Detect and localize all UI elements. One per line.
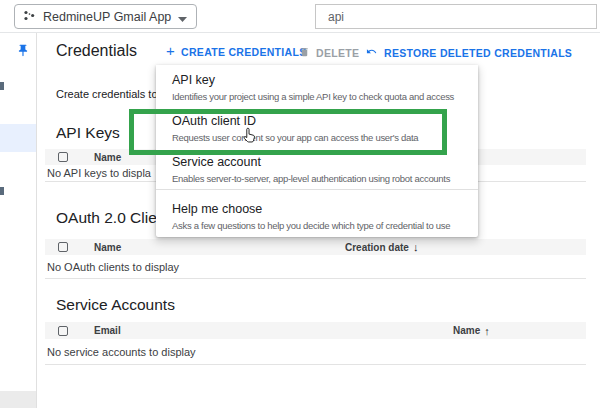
menu-item-title: Help me choose — [172, 202, 462, 217]
gcp-credentials-page: RedmineUP Gmail App Credentials + CREATE… — [0, 0, 600, 408]
sidebar-item-active[interactable] — [0, 124, 36, 152]
create-credentials-menu: API key Identifies your project using a … — [156, 65, 478, 237]
page-title: Credentials — [56, 42, 137, 60]
oauth-clients-table: Name Creation date ↓ No OAuth clients to… — [45, 239, 586, 279]
delete-label: DELETE — [316, 47, 359, 59]
sidebar-item-icon[interactable] — [0, 82, 4, 90]
empty-text: No service accounts to display — [47, 346, 196, 358]
empty-text: No OAuth clients to display — [47, 261, 179, 273]
sidebar-footer — [0, 391, 36, 408]
project-selector[interactable]: RedmineUP Gmail App — [14, 4, 197, 29]
create-credentials-label: CREATE CREDENTIALS — [181, 46, 306, 58]
sidebar-item-icon[interactable] — [0, 187, 4, 195]
menu-item-help-me-choose[interactable]: Help me choose Asks a few questions to h… — [156, 190, 478, 236]
search-input[interactable] — [315, 4, 597, 29]
plus-icon: + — [166, 46, 175, 56]
delete-button[interactable]: DELETE — [299, 46, 359, 60]
section-title-service-accounts: Service Accounts — [56, 296, 175, 314]
creation-date-label: Creation date — [345, 242, 409, 253]
menu-item-description: Enables server-to-server, app-level auth… — [172, 172, 462, 185]
column-header-name[interactable]: Name — [94, 152, 121, 163]
select-all-checkbox[interactable] — [58, 152, 68, 162]
restore-deleted-credentials-button[interactable]: RESTORE DELETED CREDENTIALS — [365, 46, 572, 59]
create-credentials-button[interactable]: + CREATE CREDENTIALS — [166, 46, 306, 58]
menu-item-description: Requests user consent so your app can ac… — [172, 131, 462, 144]
project-dots-icon — [23, 8, 36, 26]
menu-item-title: OAuth client ID — [172, 114, 462, 129]
section-title-api-keys: API Keys — [56, 124, 120, 142]
menu-item-title: Service account — [172, 155, 462, 170]
undo-icon — [365, 46, 378, 59]
select-all-checkbox[interactable] — [58, 326, 68, 336]
sort-desc-icon: ↓ — [413, 241, 419, 253]
column-header-name[interactable]: Name ↑ — [453, 325, 490, 337]
empty-state-row: No service accounts to display — [45, 339, 586, 365]
project-selector-label: RedmineUP Gmail App — [43, 10, 171, 24]
column-header-email[interactable]: Email — [94, 325, 121, 336]
service-accounts-table: Email Name ↑ No service accounts to disp… — [45, 322, 586, 365]
menu-item-title: API key — [172, 73, 462, 88]
empty-text: No API keys to displa — [47, 167, 151, 179]
select-all-checkbox[interactable] — [58, 242, 68, 252]
menu-item-description: Identifies your project using a simple A… — [172, 90, 462, 103]
column-header-name[interactable]: Name — [94, 242, 121, 253]
restore-label: RESTORE DELETED CREDENTIALS — [384, 47, 572, 59]
menu-item-api-key[interactable]: API key Identifies your project using a … — [156, 65, 478, 106]
empty-state-row: No OAuth clients to display — [45, 255, 586, 279]
trash-icon — [299, 46, 310, 60]
caret-down-icon — [178, 8, 187, 26]
column-header-creation-date[interactable]: Creation date ↓ — [345, 241, 418, 253]
menu-item-oauth-client-id[interactable]: OAuth client ID Requests user consent so… — [156, 106, 478, 147]
sort-asc-icon: ↑ — [484, 325, 490, 337]
menu-item-description: Asks a few questions to help you decide … — [172, 219, 462, 232]
sidebar-nav — [0, 33, 37, 408]
table-header-row: Email Name ↑ — [45, 322, 586, 339]
table-header-row: Name Creation date ↓ — [45, 239, 586, 255]
menu-item-service-account[interactable]: Service account Enables server-to-server… — [156, 147, 478, 188]
name-label: Name — [453, 325, 480, 336]
pin-icon[interactable] — [16, 43, 30, 62]
top-bar: RedmineUP Gmail App — [0, 0, 600, 33]
